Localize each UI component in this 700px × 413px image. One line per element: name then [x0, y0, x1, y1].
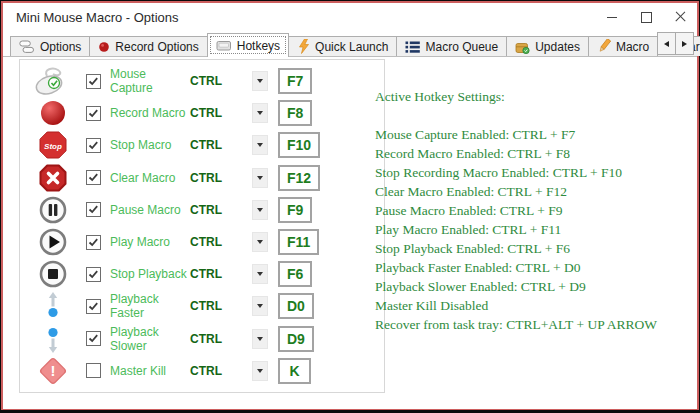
status-line: Clear Macro Enabled: CTRL + F12 [375, 182, 690, 201]
modifier-label: CTRL [190, 74, 252, 88]
tab-quick-launch[interactable]: Quick Launch [288, 36, 397, 56]
status-line: Recover from task tray: CTRL+ALT + UP AR… [375, 315, 690, 334]
lightning-icon [297, 39, 310, 54]
right-arrow-icon [682, 41, 687, 47]
hotkey-key-button[interactable]: F6 [278, 261, 312, 287]
tab-options[interactable]: Options [10, 36, 90, 56]
hotkey-key-button[interactable]: F11 [278, 229, 319, 255]
modifier-label: CTRL [190, 267, 252, 281]
modifier-dropdown[interactable] [252, 232, 268, 252]
tab-macro[interactable]: Macro [588, 36, 658, 56]
modifier-dropdown[interactable] [252, 135, 268, 155]
tab-scroll-buttons [658, 32, 694, 55]
modifier-label: CTRL [190, 106, 252, 120]
tab-record-options[interactable]: Record Options [89, 36, 207, 56]
minimize-button[interactable] [595, 3, 629, 31]
modifier-dropdown[interactable] [252, 264, 268, 284]
tab-hotkeys[interactable]: Hotkeys [207, 33, 289, 57]
status-line: Mouse Capture Enabled: CTRL + F7 [375, 125, 690, 144]
hotkey-key-button[interactable]: F7 [278, 68, 312, 94]
hotkey-key-button[interactable]: D9 [278, 326, 314, 352]
stop-macro-checkbox[interactable] [86, 138, 101, 153]
chevron-down-icon [257, 272, 263, 276]
chevron-down-icon [257, 176, 263, 180]
master-kill-warning-icon: ! [20, 355, 86, 387]
status-panel: Active Hotkey Settings: Mouse Capture En… [375, 87, 690, 334]
modifier-dropdown[interactable] [252, 296, 268, 316]
pause-icon [20, 196, 86, 224]
hotkey-label: Stop Macro [110, 138, 190, 152]
hotkey-row-pause-macro: Pause Macro CTRL F9 [20, 194, 384, 226]
tab-label: Options [40, 40, 81, 54]
hotkey-label: Master Kill [110, 364, 190, 378]
record-macro-checkbox[interactable] [86, 106, 101, 121]
status-line: Playback Slower Enabled: CTRL + D9 [375, 277, 690, 296]
modifier-dropdown[interactable] [252, 361, 268, 381]
modifier-label: CTRL [190, 171, 252, 185]
hotkey-key-button[interactable]: F10 [278, 132, 320, 158]
tab-strip: Options Record Options Hotkeys Quick Lau… [3, 31, 697, 57]
modifier-label: CTRL [190, 299, 252, 313]
pause-macro-checkbox[interactable] [86, 202, 101, 217]
modifier-dropdown[interactable] [252, 71, 268, 91]
updates-icon [515, 40, 530, 54]
tab-label: Hotkeys [237, 39, 280, 53]
hotkey-row-mouse-capture: Mouse Capture CTRL F7 [20, 65, 384, 97]
hotkey-key-button[interactable]: F8 [278, 100, 312, 126]
status-line: Playback Faster Enabled: CTRL + D0 [375, 258, 690, 277]
hotkey-row-playback-slower: Playback Slower CTRL D9 [20, 323, 384, 355]
maximize-button[interactable] [629, 3, 663, 31]
modifier-dropdown[interactable] [252, 103, 268, 123]
hotkey-label: Playback Faster [110, 292, 190, 320]
hotkey-label: Clear Macro [110, 171, 190, 185]
mouse-capture-icon [20, 66, 86, 96]
hotkey-row-play-macro: Play Macro CTRL F11 [20, 226, 384, 258]
options-icon [19, 40, 35, 54]
tab-macro-queue[interactable]: Macro Queue [396, 36, 507, 56]
hotkey-row-playback-faster: Playback Faster CTRL D0 [20, 290, 384, 322]
scroll-right-button[interactable] [675, 32, 694, 55]
chevron-down-icon [257, 337, 263, 341]
stop-sign-icon: Stop [20, 131, 86, 159]
modifier-dropdown[interactable] [252, 329, 268, 349]
close-icon [675, 12, 685, 22]
modifier-dropdown[interactable] [252, 168, 268, 188]
hotkey-key-button[interactable]: F9 [278, 197, 312, 223]
chevron-down-icon [257, 369, 263, 373]
tab-updates[interactable]: Updates [506, 36, 589, 56]
tab-label: Record Options [115, 40, 198, 54]
hotkey-label: Stop Playback [110, 267, 190, 281]
modifier-label: CTRL [190, 332, 252, 346]
app-window: Mini Mouse Macro - Options Options Recor… [1, 1, 699, 410]
keyboard-key-icon [216, 39, 232, 52]
hotkey-key-button[interactable]: F12 [278, 165, 320, 191]
hotkey-key-button[interactable]: D0 [278, 293, 314, 319]
hotkey-label: Record Macro [110, 106, 190, 120]
play-icon [20, 228, 86, 256]
master-kill-checkbox[interactable] [86, 363, 101, 378]
hotkeys-tab-page: Mouse Capture CTRL F7 Record Macro CTRL … [3, 57, 697, 409]
status-heading: Active Hotkey Settings: [375, 87, 690, 106]
playback-faster-checkbox[interactable] [86, 299, 101, 314]
close-button[interactable] [663, 3, 697, 31]
scroll-left-button[interactable] [657, 32, 676, 55]
maximize-icon [641, 12, 652, 23]
left-arrow-icon [664, 41, 669, 47]
playback-slower-checkbox[interactable] [86, 331, 101, 346]
stop-playback-checkbox[interactable] [86, 267, 101, 282]
svg-text:!: ! [51, 362, 56, 379]
hotkey-label: Pause Macro [110, 203, 190, 217]
hotkey-key-button[interactable]: K [278, 358, 311, 384]
status-line: Play Macro Enabled: CTRL + F11 [375, 220, 690, 239]
modifier-dropdown[interactable] [252, 200, 268, 220]
title-bar: Mini Mouse Macro - Options [3, 3, 697, 31]
clear-macro-checkbox[interactable] [86, 170, 101, 185]
tab-label: Quick Launch [315, 40, 388, 54]
hotkey-row-record-macro: Record Macro CTRL F8 [20, 97, 384, 129]
modifier-label: CTRL [190, 235, 252, 249]
play-macro-checkbox[interactable] [86, 235, 101, 250]
mouse-capture-checkbox[interactable] [86, 74, 101, 89]
minimize-icon [607, 17, 617, 18]
pencil-icon [597, 39, 611, 54]
hotkey-row-master-kill: ! Master Kill CTRL K [20, 355, 384, 387]
